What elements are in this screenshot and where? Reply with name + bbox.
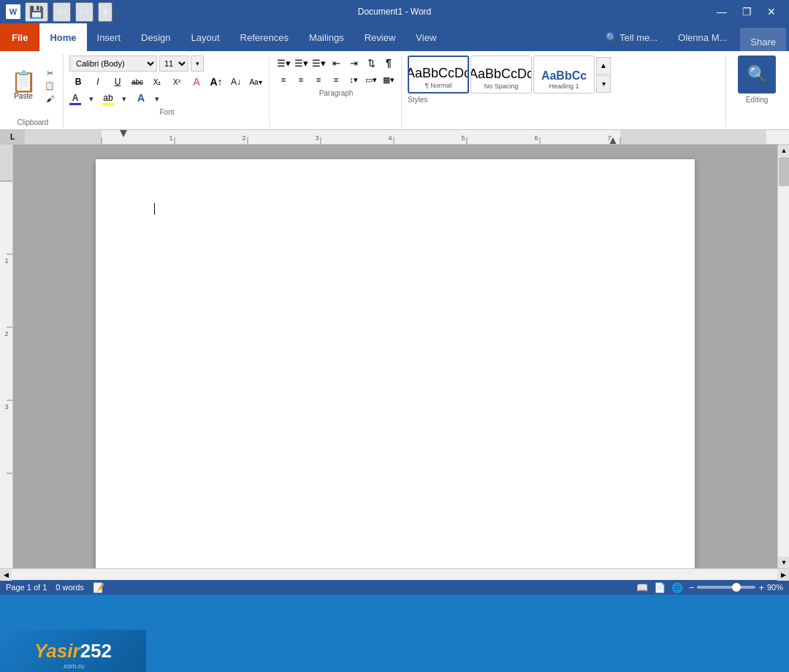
- text-effects-dropdown[interactable]: ▾: [148, 93, 166, 105]
- clear-formatting-button[interactable]: A: [188, 74, 205, 90]
- align-left-button[interactable]: ≡: [275, 72, 291, 87]
- nospacing-preview: AaBbCcDc: [470, 66, 532, 83]
- tab-references[interactable]: References: [230, 23, 299, 51]
- watermark-yasir: Yasir: [34, 640, 80, 663]
- style-no-spacing[interactable]: AaBbCcDc No Spacing: [470, 56, 532, 93]
- highlight-button[interactable]: ab: [102, 93, 114, 105]
- proofing-icon[interactable]: 📝: [93, 582, 104, 593]
- cut-button[interactable]: ✂: [41, 68, 58, 80]
- font-group-label: Font: [69, 108, 264, 116]
- styles-group: AaBbCcDc ¶ Normal AaBbCcDc No Spacing Aa…: [403, 54, 726, 128]
- align-center-button[interactable]: ≡: [293, 72, 309, 87]
- superscript-button[interactable]: X²: [168, 74, 186, 90]
- styles-scroll-up[interactable]: ▲: [596, 57, 611, 75]
- sort-button[interactable]: ⇅: [363, 56, 379, 70]
- customize-qat-button[interactable]: ▾: [98, 2, 113, 22]
- justify-button[interactable]: ≡: [328, 72, 344, 87]
- title-bar: W 💾 ↩ ↪ ▾ Document1 - Word — ❐ ✕: [0, 0, 789, 23]
- document-page[interactable]: [96, 159, 695, 568]
- shading-button[interactable]: ▭▾: [363, 72, 379, 87]
- paste-button[interactable]: 📋 Paste: [7, 66, 39, 106]
- title-bar-left: W 💾 ↩ ↪ ▾: [6, 2, 113, 22]
- font-color-button[interactable]: A: [69, 93, 81, 105]
- font-size-select[interactable]: 11: [159, 56, 188, 72]
- tab-review[interactable]: Review: [354, 23, 406, 51]
- grow-font-button[interactable]: A↑: [207, 74, 225, 90]
- user-account[interactable]: Olenna M...: [668, 23, 737, 51]
- bullets-button[interactable]: ☰▾: [275, 56, 291, 70]
- svg-text:4: 4: [388, 134, 392, 142]
- tab-design[interactable]: Design: [131, 23, 180, 51]
- print-layout-icon[interactable]: 📄: [654, 582, 666, 593]
- copy-button[interactable]: 📋: [41, 80, 58, 92]
- subscript-button[interactable]: X₂: [148, 74, 166, 90]
- strikethrough-button[interactable]: abc: [129, 74, 146, 90]
- tab-view[interactable]: View: [405, 23, 446, 51]
- zoom-thumb[interactable]: [732, 583, 741, 592]
- scroll-down-arrow[interactable]: ▼: [778, 557, 789, 568]
- show-para-button[interactable]: ¶: [381, 56, 397, 70]
- svg-text:1: 1: [4, 257, 8, 264]
- scroll-track[interactable]: [778, 156, 789, 557]
- style-heading1[interactable]: AaBbCc Heading 1: [533, 56, 595, 93]
- underline-button[interactable]: U: [109, 74, 126, 90]
- svg-text:6: 6: [534, 134, 538, 142]
- nospacing-label: No Spacing: [484, 83, 519, 90]
- tab-mailings[interactable]: Mailings: [299, 23, 354, 51]
- zoom-slider[interactable]: [697, 586, 755, 589]
- tell-me-button[interactable]: 🔍 Tell me...: [595, 23, 668, 51]
- font-color-group: A ▾: [69, 93, 100, 105]
- svg-text:7: 7: [607, 134, 611, 142]
- line-spacing-button[interactable]: ↕▾: [346, 72, 362, 87]
- scroll-up-arrow[interactable]: ▲: [778, 145, 789, 156]
- editing-group: 🔍 Editing: [728, 54, 786, 128]
- tab-insert[interactable]: Insert: [87, 23, 132, 51]
- shrink-font-button[interactable]: A↓: [227, 74, 245, 90]
- zoom-plus-button[interactable]: +: [758, 582, 764, 593]
- decrease-indent-button[interactable]: ⇤: [328, 56, 344, 70]
- style-normal[interactable]: AaBbCcDc ¶ Normal: [408, 56, 469, 93]
- font-expand-button[interactable]: ▾: [191, 56, 204, 72]
- borders-button[interactable]: ▦▾: [381, 72, 397, 87]
- ruler-marks: 1 2 3 4 5 6 7: [25, 130, 777, 144]
- zoom-level: 90%: [767, 583, 783, 592]
- bottom-scrollbar: ◀ ▶: [0, 568, 789, 580]
- format-painter-button[interactable]: 🖌: [41, 93, 58, 104]
- doc-area[interactable]: [13, 145, 777, 568]
- font-color-dropdown[interactable]: ▾: [83, 93, 100, 105]
- change-case-button[interactable]: Aa▾: [247, 74, 264, 90]
- text-effects-button[interactable]: A: [135, 92, 147, 106]
- read-mode-icon[interactable]: 📖: [636, 582, 648, 593]
- search-button[interactable]: 🔍: [738, 56, 776, 93]
- styles-scroll-down[interactable]: ▾: [596, 75, 611, 93]
- clipboard-mini-buttons: ✂ 📋 🖌: [41, 68, 58, 104]
- font-name-select[interactable]: Calibri (Body): [69, 56, 157, 72]
- tab-file[interactable]: File: [0, 23, 39, 51]
- font-name-row: Calibri (Body) 11 ▾: [69, 56, 264, 72]
- scroll-thumb[interactable]: [779, 157, 789, 186]
- redo-button[interactable]: ↪: [75, 2, 94, 22]
- align-right-button[interactable]: ≡: [310, 72, 327, 87]
- search-icon: 🔍: [747, 65, 767, 84]
- save-button[interactable]: 💾: [25, 2, 48, 22]
- share-button[interactable]: Share: [740, 28, 786, 56]
- svg-text:3: 3: [4, 403, 8, 411]
- minimize-button[interactable]: —: [710, 0, 733, 23]
- tab-layout[interactable]: Layout: [181, 23, 230, 51]
- scroll-left-arrow[interactable]: ◀: [0, 569, 12, 581]
- close-button[interactable]: ✕: [760, 0, 783, 23]
- scroll-right-arrow[interactable]: ▶: [777, 569, 789, 581]
- italic-button[interactable]: I: [89, 74, 107, 90]
- tab-home[interactable]: Home: [39, 23, 86, 51]
- numbering-button[interactable]: ☰▾: [293, 56, 309, 70]
- web-layout-icon[interactable]: 🌐: [671, 582, 683, 593]
- ruler: L 1 2 3 4 5 6 7: [0, 130, 789, 145]
- highlight-dropdown[interactable]: ▾: [115, 93, 133, 105]
- watermark-number: 252: [80, 640, 112, 663]
- undo-button[interactable]: ↩: [53, 2, 71, 22]
- increase-indent-button[interactable]: ⇥: [346, 56, 362, 70]
- restore-button[interactable]: ❐: [735, 0, 758, 23]
- multilevel-button[interactable]: ☰▾: [310, 56, 327, 70]
- bold-button[interactable]: B: [69, 74, 87, 90]
- zoom-minus-button[interactable]: −: [689, 582, 695, 593]
